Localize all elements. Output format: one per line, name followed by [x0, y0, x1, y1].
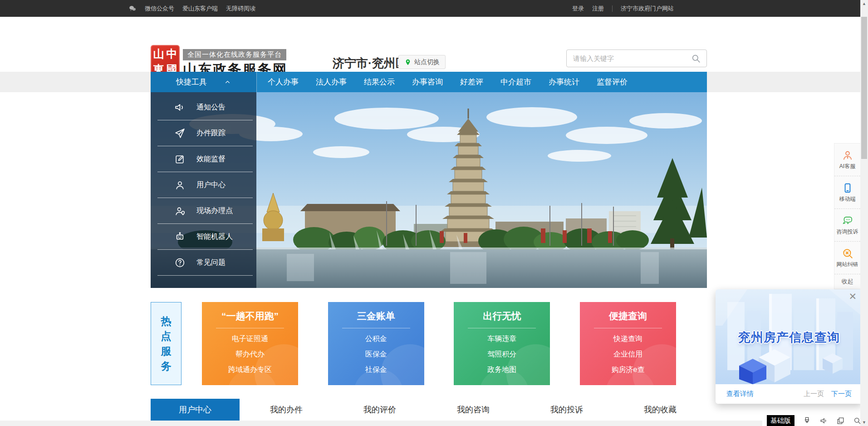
site-switch-button[interactable]: 站点切换 — [398, 55, 446, 69]
side-panel-item[interactable]: AI客服 — [834, 144, 860, 176]
service-link[interactable]: 企业信用 — [580, 350, 676, 359]
basic-version-badge[interactable]: 基础版 — [767, 415, 794, 426]
close-icon[interactable]: ✕ — [848, 292, 857, 301]
robot-icon — [174, 231, 186, 243]
mobile-phone-icon — [842, 182, 853, 194]
service-link[interactable]: 车辆违章 — [454, 334, 550, 344]
wechat-official-link[interactable]: 微信公众号 — [145, 5, 174, 13]
login-link[interactable]: 登录 — [572, 5, 584, 13]
service-link[interactable]: 电子证照通 — [202, 334, 298, 344]
user-tab[interactable]: 我的评价 — [333, 399, 427, 421]
quick-menu-item[interactable]: 现场办理点 — [151, 198, 256, 224]
scroll-down-arrow-icon[interactable]: ▼ — [860, 420, 868, 425]
scroll-up-arrow-icon[interactable]: ▲ — [860, 1, 868, 6]
accessibility-link[interactable]: 无障碍阅读 — [226, 5, 255, 13]
user-tab[interactable]: 我的办件 — [240, 399, 333, 421]
user-tab[interactable]: 用户中心 — [151, 399, 240, 421]
user-tab[interactable]: 我的咨询 — [427, 399, 520, 421]
service-link[interactable]: 公积金 — [328, 334, 424, 344]
error-magnifier-icon — [842, 248, 853, 259]
service-card[interactable]: 出行无忧车辆违章驾照积分政务地图 — [454, 302, 550, 385]
user-center-tabbar: 用户中心我的办件我的评价我的咨询我的投诉我的收藏 — [151, 399, 707, 421]
quick-tools-menu-button[interactable]: 快捷工具 — [151, 72, 257, 92]
user-tab[interactable]: 我的收藏 — [613, 399, 707, 421]
quick-menu-label: 智能机器人 — [196, 232, 233, 242]
side-panel-item[interactable]: 网站纠错 — [834, 242, 860, 274]
promo-illustration: 兖州房产信息查询 ✕ — [716, 289, 863, 384]
search-box — [566, 50, 707, 67]
service-link[interactable]: 帮办代办 — [202, 350, 298, 359]
nav-item[interactable]: 中介超市 — [500, 77, 531, 87]
side-panel-label: 网站纠错 — [837, 262, 858, 267]
user-tab[interactable]: 我的投诉 — [520, 399, 613, 421]
quick-menu-item[interactable]: 办件跟踪 — [151, 120, 256, 146]
view-details-link[interactable]: 查看详情 — [726, 390, 754, 398]
promo-title: 兖州房产信息查询 — [716, 329, 863, 346]
service-card-title: 出行无忧 — [454, 310, 550, 322]
nav-item[interactable]: 个人办事 — [268, 77, 299, 87]
edit-icon — [174, 154, 186, 165]
seal-character: 山 — [152, 46, 165, 62]
quick-menu-item[interactable]: 用户中心 — [151, 172, 256, 198]
next-page-link[interactable]: 下一页 — [831, 390, 852, 398]
page-scrollbar[interactable]: ▲ ▼ — [860, 0, 868, 426]
user-location-icon — [174, 205, 186, 217]
bottom-strip — [0, 421, 762, 426]
search-input[interactable] — [567, 54, 691, 62]
service-card-title: 便捷查询 — [580, 310, 676, 322]
quick-tools-label: 快捷工具 — [176, 77, 207, 87]
register-link[interactable]: 注册 — [592, 5, 604, 13]
nav-item[interactable]: 监督评价 — [597, 77, 628, 87]
hot-services-title-char: 热 — [161, 316, 172, 327]
windows-icon[interactable] — [836, 416, 845, 425]
quick-menu-label: 效能监督 — [196, 154, 226, 164]
service-card-title: “一趟不用跑” — [202, 310, 298, 322]
quick-menu-label: 用户中心 — [196, 180, 226, 190]
nav-item[interactable]: 好差评 — [460, 77, 483, 87]
nav-item[interactable]: 法人办事 — [316, 77, 347, 87]
scrollbar-thumb[interactable] — [861, 17, 867, 159]
service-link[interactable]: 社保金 — [328, 365, 424, 375]
service-link[interactable]: 跨域通办专区 — [202, 365, 298, 375]
aishandong-app-link[interactable]: 爱山东客户端 — [182, 5, 218, 13]
hot-services-title-char: 服 — [161, 346, 172, 357]
search-icon[interactable] — [691, 54, 701, 64]
service-card[interactable]: “一趟不用跑”电子证照通帮办代办跨域通办专区 — [202, 302, 298, 385]
quick-menu-item[interactable]: 智能机器人 — [151, 224, 256, 250]
speaker-icon[interactable] — [819, 416, 828, 425]
service-card[interactable]: 便捷查询快递查询企业信用购房济e查 — [580, 302, 676, 385]
accessibility-toolbar: 基础版 — [767, 416, 862, 426]
side-panel-item[interactable]: 移动端 — [834, 176, 860, 209]
quick-menu-item[interactable]: 通知公告 — [151, 94, 256, 120]
site-header: 山中東國 全国一体化在线政务服务平台 山东政务服务网 济宁市·兖州区 站点切换 … — [0, 17, 868, 72]
service-link[interactable]: 快递查询 — [580, 334, 676, 344]
service-link[interactable]: 购房济e查 — [580, 365, 676, 375]
service-card[interactable]: 三金账单公积金医保金社保金 — [328, 302, 424, 385]
wechat-icon — [128, 5, 137, 13]
side-panel-label: 咨询投诉 — [837, 229, 858, 235]
quick-menu-item[interactable]: 效能监督 — [151, 146, 256, 172]
side-panel-label: AI客服 — [839, 163, 855, 169]
hot-service-cards: “一趟不用跑”电子证照通帮办代办跨域通办专区三金账单公积金医保金社保金出行无忧车… — [202, 302, 676, 385]
chevron-up-icon — [224, 79, 231, 85]
side-panel-label: 移动端 — [839, 196, 856, 202]
service-link[interactable]: 政务地图 — [454, 365, 550, 375]
divider — [468, 328, 536, 328]
nav-item[interactable]: 办事统计 — [549, 77, 579, 87]
quick-menu-label: 现场办理点 — [196, 206, 233, 216]
hot-services-title-char: 务 — [161, 361, 172, 372]
brush-icon[interactable] — [803, 416, 811, 425]
question-icon — [174, 257, 186, 268]
quick-menu-item[interactable]: 常见问题 — [151, 250, 256, 276]
side-panel-item[interactable]: 咨询投诉 — [834, 209, 860, 242]
divider — [216, 328, 284, 328]
nav-item[interactable]: 结果公示 — [364, 77, 395, 87]
nav-item[interactable]: 办事咨询 — [412, 77, 443, 87]
service-link[interactable]: 医保金 — [328, 350, 424, 359]
prev-page-link[interactable]: 上一页 — [804, 390, 824, 398]
collapse-button[interactable]: 收起 — [834, 274, 860, 289]
divider — [594, 328, 662, 328]
city-portal-link[interactable]: 济宁市政府门户网站 — [621, 5, 674, 13]
platform-badge: 全国一体化在线政务服务平台 — [183, 49, 286, 60]
service-link[interactable]: 驾照积分 — [454, 350, 550, 359]
